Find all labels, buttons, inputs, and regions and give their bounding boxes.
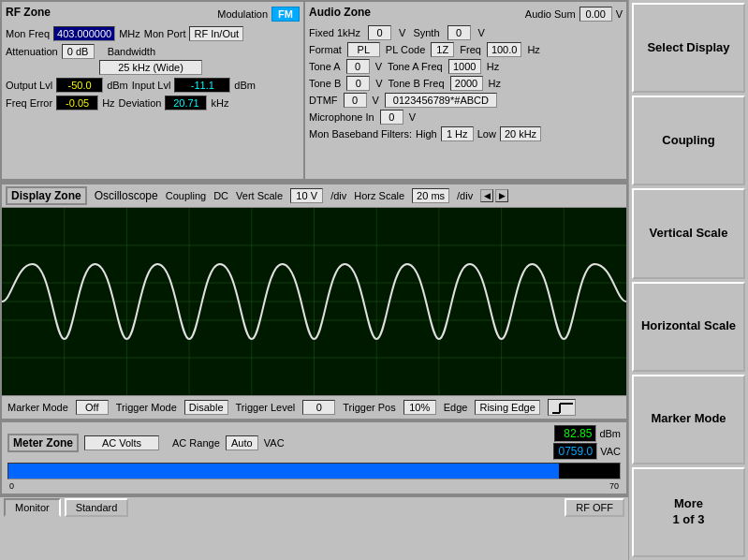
microphone-unit: V xyxy=(409,111,416,123)
trigger-level-label: Trigger Level xyxy=(236,402,296,413)
dtmf-value[interactable]: 0 xyxy=(344,93,367,108)
freq-label: Freq xyxy=(460,44,481,55)
oscilloscope-display xyxy=(2,208,626,395)
tone-b-label: Tone B xyxy=(309,78,341,89)
coupling-button[interactable]: Coupling xyxy=(632,96,745,185)
marker-mode-value[interactable]: Off xyxy=(76,400,109,415)
fixed-1khz-label: Fixed 1kHz xyxy=(309,27,360,38)
nav-arrows[interactable]: ◀ ▶ xyxy=(480,189,508,202)
scale-end: 70 xyxy=(609,481,619,491)
ac-range-label: AC Range xyxy=(172,437,220,449)
microphone-value[interactable]: 0 xyxy=(380,110,403,125)
synth-value[interactable]: 0 xyxy=(447,25,471,40)
scope-label: Oscilloscope xyxy=(95,189,158,202)
trigger-pos-label: Trigger Pos xyxy=(343,402,395,413)
marker-mode-button[interactable]: Marker Mode xyxy=(632,375,745,464)
modulation-label: Modulation xyxy=(217,8,268,20)
meter-type-label[interactable]: AC Volts xyxy=(84,435,159,450)
status-bar: Monitor Standard RF OFF xyxy=(0,495,628,518)
low-value[interactable]: 20 kHz xyxy=(500,126,541,141)
deviation-unit: kHz xyxy=(211,97,228,109)
mon-port-label: Mon Port xyxy=(144,28,186,39)
bandwidth-label: Bandwidth xyxy=(108,46,155,57)
freq-error-value[interactable]: -0.05 xyxy=(56,96,98,111)
right-sidebar: Select Display Coupling Vertical Scale H… xyxy=(628,0,748,560)
arrow-right[interactable]: ▶ xyxy=(495,189,508,202)
select-display-button[interactable]: Select Display xyxy=(632,3,745,93)
rf-off-button[interactable]: RF OFF xyxy=(565,498,624,517)
input-lvl-value[interactable]: -11.1 xyxy=(174,78,230,93)
tone-b-freq-value[interactable]: 2000 xyxy=(450,76,483,91)
coupling-value[interactable]: DC xyxy=(213,190,228,201)
meter-dbm-unit: dBm xyxy=(599,428,621,439)
audio-zone-label: Audio Zone xyxy=(309,6,371,19)
meter-bar-fill xyxy=(8,464,559,479)
freq-unit: Hz xyxy=(527,44,539,55)
trigger-mode-label: Trigger Mode xyxy=(116,402,177,413)
horz-scale-label: Horz Scale xyxy=(354,190,404,201)
meter-bar-container xyxy=(7,463,621,479)
tone-b-freq-label: Tone B Freq xyxy=(389,78,445,89)
freq-error-unit: Hz xyxy=(102,97,114,109)
tone-a-label: Tone A xyxy=(309,61,341,72)
edge-value[interactable]: Rising Edge xyxy=(475,400,539,415)
horz-scale-value[interactable]: 20 ms xyxy=(412,188,449,203)
tone-b-value[interactable]: 0 xyxy=(346,76,370,91)
tone-a-freq-value[interactable]: 1000 xyxy=(448,59,481,74)
arrow-left[interactable]: ◀ xyxy=(480,189,493,202)
mon-baseband-label: Mon Baseband Filters: xyxy=(309,128,412,140)
input-lvl-label: Input Lvl xyxy=(132,80,171,91)
tone-a-freq-unit: Hz xyxy=(487,61,499,72)
edge-label: Edge xyxy=(444,402,468,413)
more-button[interactable]: More 1 of 3 xyxy=(632,467,745,557)
meter-vac-unit: VAC xyxy=(600,446,621,457)
dtmf-code-value[interactable]: 0123456789*#ABCD xyxy=(385,93,497,108)
pl-code-value[interactable]: 1Z xyxy=(431,42,454,57)
rf-zone: RF Zone Modulation FM Mon Freq 403.00000… xyxy=(0,0,304,181)
freq-error-label: Freq Error xyxy=(6,97,52,109)
audio-sum-unit: V xyxy=(616,8,623,20)
vert-scale-label: Vert Scale xyxy=(236,190,283,201)
audio-sum-value[interactable]: 0.00 xyxy=(579,7,612,22)
attenuation-label: Attenuation xyxy=(6,46,58,57)
deviation-value[interactable]: 20.71 xyxy=(165,96,207,111)
high-value[interactable]: 1 Hz xyxy=(441,126,474,141)
output-lvl-value[interactable]: -50.0 xyxy=(56,78,103,93)
trigger-mode-value[interactable]: Disable xyxy=(184,400,228,415)
tone-a-value[interactable]: 0 xyxy=(346,59,370,74)
meter-scale: 0 70 xyxy=(7,481,621,491)
freq-value[interactable]: 100.0 xyxy=(487,42,522,57)
synth-unit: V xyxy=(478,27,485,38)
output-lvl-unit: dBm xyxy=(107,80,128,91)
tab-monitor[interactable]: Monitor xyxy=(4,498,61,517)
modulation-value: FM xyxy=(271,7,300,22)
mon-port-value[interactable]: RF In/Out xyxy=(189,26,243,41)
audio-zone: Audio Zone Audio Sum 0.00 V Fixed 1kHz 0… xyxy=(304,0,628,181)
horizontal-scale-button[interactable]: Horizontal Scale xyxy=(632,282,745,372)
high-label: High xyxy=(416,128,437,140)
meter-zone-label: Meter Zone xyxy=(7,434,79,452)
tone-b-unit: V xyxy=(375,78,382,89)
vert-scale-value[interactable]: 10 V xyxy=(290,188,323,203)
low-label: Low xyxy=(477,128,496,140)
meter-vac-value: 0759.0 xyxy=(553,443,597,460)
marker-mode-label: Marker Mode xyxy=(7,402,68,413)
trigger-pos-value[interactable]: 10% xyxy=(403,400,436,415)
vertical-scale-button[interactable]: Vertical Scale xyxy=(632,188,745,278)
scale-start: 0 xyxy=(9,481,14,491)
tone-a-unit: V xyxy=(375,61,382,72)
fixed-1khz-value[interactable]: 0 xyxy=(368,25,391,40)
mon-freq-value[interactable]: 403.000000 xyxy=(53,26,115,41)
ac-range-value[interactable]: Auto xyxy=(226,435,258,450)
deviation-label: Deviation xyxy=(119,97,162,109)
format-value[interactable]: PL xyxy=(347,42,380,57)
bandwidth-value[interactable]: 25 kHz (Wide) xyxy=(99,60,202,75)
trigger-level-value[interactable]: 0 xyxy=(302,400,335,415)
scope-svg xyxy=(2,208,626,395)
attenuation-value[interactable]: 0 dB xyxy=(62,44,95,59)
tab-standard[interactable]: Standard xyxy=(65,498,129,517)
tone-b-freq-unit: Hz xyxy=(489,78,501,89)
rf-zone-label: RF Zone xyxy=(6,6,51,19)
pl-code-label: PL Code xyxy=(386,44,425,55)
rising-edge-icon xyxy=(548,399,576,416)
